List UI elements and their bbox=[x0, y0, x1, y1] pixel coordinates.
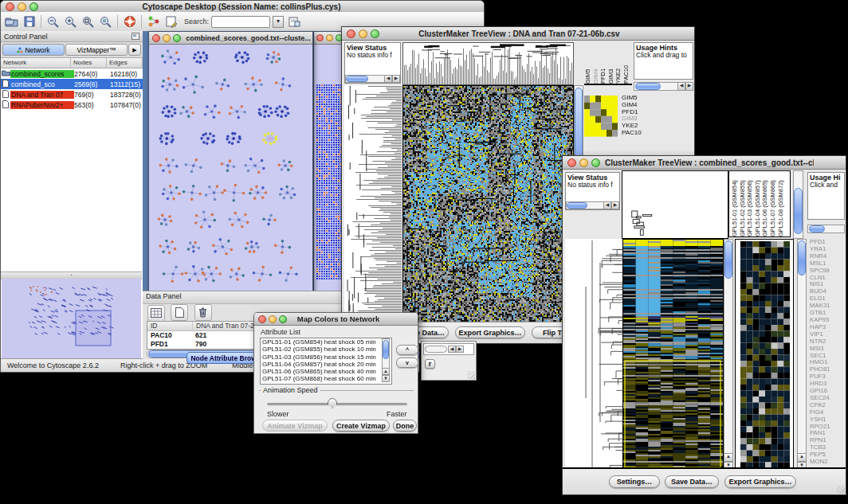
tv2-zoom-heatmap[interactable] bbox=[740, 241, 790, 467]
array-column-label[interactable]: GPL51-02 (GSM855) bbox=[739, 171, 747, 236]
minimize-button[interactable] bbox=[359, 29, 367, 38]
zoom-in-icon[interactable] bbox=[63, 14, 78, 29]
attribute-list-item[interactable]: GPL51-04 (GSM857) heat shock 20 min bbox=[261, 361, 391, 368]
tv2-row-dendrogram[interactable] bbox=[565, 239, 622, 471]
array-column-label[interactable]: GPL51-03 (GSM856) bbox=[746, 171, 754, 236]
tv2-gene-list[interactable]: PFD1YRA1RNR4MSL1SPC98CLN1NIS1BUD4ELG1MAK… bbox=[810, 239, 846, 471]
export-graphics-button[interactable]: Export Graphics… bbox=[455, 326, 525, 338]
tab-network[interactable]: Network bbox=[2, 44, 65, 56]
annotation-icon[interactable] bbox=[163, 14, 179, 29]
resize-grip[interactable] bbox=[837, 486, 845, 494]
matrix-column-label[interactable]: GIM3 bbox=[607, 42, 615, 84]
scrollbar-thumb[interactable] bbox=[383, 340, 389, 359]
zoom-button[interactable] bbox=[173, 34, 181, 42]
scroll-right-button[interactable]: ▶ bbox=[611, 201, 619, 209]
zoom-button[interactable] bbox=[279, 315, 287, 323]
fragment-button[interactable]: r bbox=[425, 359, 435, 369]
animate-vizmap-button[interactable]: Animate Vizmap bbox=[262, 420, 328, 432]
zoom-out-icon[interactable] bbox=[45, 14, 61, 29]
close-button[interactable] bbox=[347, 29, 355, 38]
network-row[interactable]: combined_scores 2764(0) 16218(0) bbox=[1, 68, 143, 79]
network-window-title-bar[interactable]: combined_scores_good.txt--cluste... bbox=[149, 32, 312, 45]
attribute-list-vscrollbar[interactable]: ▲ ▼ bbox=[382, 338, 390, 382]
zoom-selected-icon[interactable] bbox=[98, 14, 113, 29]
scroll-up-button[interactable]: ▲ bbox=[724, 453, 733, 462]
save-icon[interactable] bbox=[22, 14, 37, 29]
gene-label[interactable]: PAC10 bbox=[622, 130, 665, 137]
new-attribute-icon[interactable] bbox=[171, 304, 188, 321]
scrollbar-thumb[interactable] bbox=[809, 225, 825, 232]
scroll-right-button[interactable]: ▶ bbox=[392, 75, 400, 83]
speed-slider-thumb[interactable] bbox=[328, 398, 337, 408]
tv2-usage-hscrollbar[interactable] bbox=[807, 225, 845, 233]
close-button[interactable] bbox=[258, 315, 266, 323]
network-row[interactable]: DNA and Tran 07 769(0) 183728(0) bbox=[1, 89, 143, 100]
minimize-button[interactable] bbox=[579, 158, 588, 167]
array-column-label[interactable]: GPL51-08 (GSM872) bbox=[777, 171, 785, 236]
tv1-correlation-matrix[interactable] bbox=[584, 96, 618, 137]
resize-grip[interactable] bbox=[467, 371, 475, 379]
tv2-title-bar[interactable]: ClusterMaker TreeView : combined_scores_… bbox=[563, 156, 846, 170]
network-overview-panel[interactable] bbox=[2, 279, 141, 357]
close-button[interactable] bbox=[316, 34, 324, 41]
gene-list-item[interactable]: MON2 bbox=[810, 459, 846, 466]
close-button[interactable] bbox=[152, 34, 160, 42]
search-dropdown-arrow[interactable]: ▼ bbox=[273, 16, 284, 28]
zoom-button[interactable] bbox=[591, 158, 600, 167]
float-panel-icon[interactable] bbox=[132, 33, 139, 40]
matrix-column-label[interactable]: PFD1 bbox=[599, 42, 607, 84]
attribute-list-item[interactable]: GPL51-01 (GSM854) heat shock 05 min bbox=[261, 338, 391, 346]
scroll-left-button[interactable]: ◀ bbox=[384, 75, 392, 83]
col-nodes[interactable]: Nodes bbox=[71, 58, 107, 68]
matrix-column-label[interactable]: GIM5 bbox=[584, 42, 592, 84]
col-edges[interactable]: Edges bbox=[107, 58, 143, 68]
close-button[interactable] bbox=[567, 158, 576, 167]
minimize-button[interactable] bbox=[18, 2, 26, 11]
scroll-left-button[interactable]: ◀ bbox=[677, 82, 685, 91]
network-view-canvas[interactable] bbox=[150, 45, 310, 290]
tv1-title-bar[interactable]: ClusterMaker TreeView : DNA and Tran 07-… bbox=[342, 27, 694, 41]
array-column-label[interactable]: GPL51-06 (GSM865) bbox=[761, 171, 769, 236]
scroll-up-button[interactable]: ▲ bbox=[382, 368, 390, 375]
matrix-column-label[interactable]: YKE2 bbox=[614, 42, 622, 84]
minimize-button[interactable] bbox=[326, 34, 333, 41]
matrix-column-label[interactable]: GIM4 bbox=[592, 42, 600, 84]
scroll-right-button[interactable]: ▶ bbox=[685, 82, 693, 91]
minimize-button[interactable] bbox=[163, 34, 171, 42]
zoom-button[interactable] bbox=[371, 29, 379, 38]
scrollbar-thumb[interactable] bbox=[567, 202, 587, 209]
scroll-right-button[interactable]: ▶ bbox=[456, 346, 464, 353]
export-graphics-button[interactable]: Export Graphics… bbox=[724, 475, 796, 488]
scrollbar-thumb[interactable] bbox=[346, 76, 368, 82]
tv2-column-dendrogram[interactable] bbox=[622, 170, 728, 239]
dense-network-canvas[interactable] bbox=[316, 83, 344, 282]
main-title-bar[interactable]: Cytoscape Desktop (Session Name: collins… bbox=[1, 1, 484, 13]
delete-attribute-trash-icon[interactable] bbox=[194, 304, 212, 321]
network-row-selected[interactable]: combined_sco 2569(6) 13112(15) bbox=[1, 79, 143, 89]
tv2-heatmap-canvas[interactable] bbox=[622, 239, 724, 471]
scroll-up-button[interactable]: ▲ bbox=[797, 453, 807, 462]
attribute-list-item[interactable]: GPL51-06 (GSM865) heat shock 40 min bbox=[261, 368, 391, 375]
attribute-list-item[interactable]: GPL51-07 (GSM868) heat shock 60 min bbox=[261, 375, 391, 382]
scrollbar-thumb[interactable] bbox=[798, 240, 806, 275]
col-id[interactable]: ID bbox=[147, 322, 193, 330]
matrix-column-label[interactable]: PAC10 bbox=[622, 42, 630, 84]
attribute-list-item[interactable]: GPL51-02 (GSM855) heat shock 10 min bbox=[261, 346, 391, 353]
array-column-label[interactable]: GPL51-07 (GSM868) bbox=[769, 171, 777, 236]
array-column-label[interactable]: GPL51-01 (GSM854) bbox=[731, 171, 739, 236]
array-column-label[interactable]: GPL51-04 (GSM857) bbox=[754, 171, 762, 236]
zoom-fit-icon[interactable] bbox=[80, 14, 96, 29]
create-vizmap-button[interactable]: Create Vizmap bbox=[332, 420, 390, 432]
scrollbar-thumb[interactable] bbox=[635, 83, 661, 90]
scroll-left-button[interactable]: ◀ bbox=[448, 346, 456, 353]
attribute-list-item[interactable]: GPL51-03 (GSM856) heat shock 15 min bbox=[261, 354, 391, 361]
tab-overflow-arrow[interactable]: ▶ bbox=[128, 44, 141, 56]
attribute-browser-icon[interactable] bbox=[286, 14, 301, 29]
network-row[interactable]: RNAPuberNov2+ 563(0) 107847(0) bbox=[1, 100, 143, 110]
help-lifering-icon[interactable] bbox=[122, 14, 137, 29]
network-view-window[interactable]: combined_scores_good.txt--cluste... bbox=[148, 31, 313, 292]
tv2-vscrollbar[interactable]: ▲ ▼ bbox=[724, 239, 733, 471]
fragment-scrollbar[interactable]: ◀ ▶ bbox=[423, 343, 474, 355]
speed-slider-track[interactable] bbox=[267, 403, 407, 405]
move-down-button[interactable]: v bbox=[396, 357, 418, 368]
